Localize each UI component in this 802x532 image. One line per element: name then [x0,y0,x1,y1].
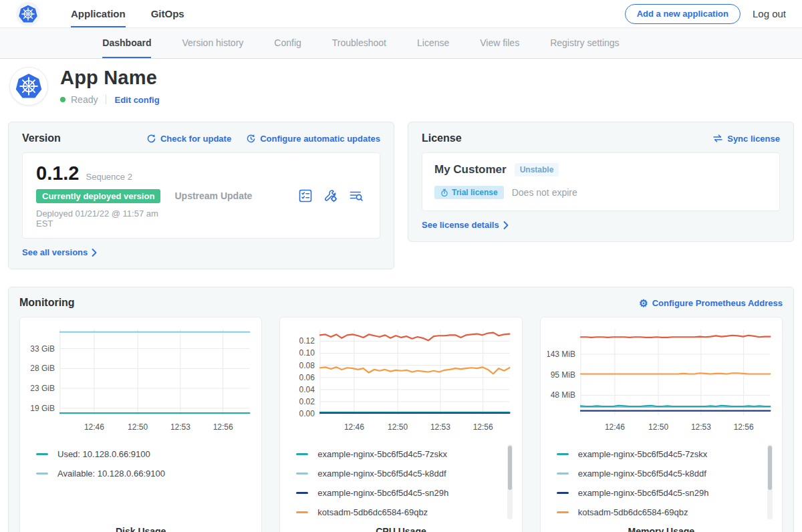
tab-version-history[interactable]: Version history [182,28,243,58]
legend-scrollbar-thumb[interactable] [768,446,772,490]
config-wrench-icon[interactable] [323,188,338,203]
svg-text:0.02: 0.02 [299,397,315,406]
svg-text:33 GiB: 33 GiB [30,344,55,354]
see-all-versions-link[interactable]: See all versions [22,247,97,257]
sync-license-label: Sync license [727,134,780,144]
svg-text:0.12: 0.12 [299,336,315,346]
top-nav-tabs: ApplicationGitOps [71,0,184,27]
svg-text:19 GiB: 19 GiB [30,404,55,413]
license-card: License Sync license My Customer Unstabl… [408,122,794,242]
legend-item: example-nginx-5bc6f5d4c5-k8ddf [557,464,758,483]
legend-label: example-nginx-5bc6f5d4c5-sn29h [317,488,448,498]
nav-tab-gitops[interactable]: GitOps [151,0,184,27]
deploy-logs-icon[interactable] [349,188,364,203]
gear-icon: ⚙ [639,298,648,308]
check-for-update-link[interactable]: Check for update [146,134,231,144]
legend-scrollbar-thumb[interactable] [508,446,512,490]
legend-color-dash [36,473,48,475]
chart-legend: example-nginx-5bc6f5d4c5-7zskxexample-ng… [287,443,515,521]
preflight-checks-icon[interactable] [298,188,313,203]
license-expiration: Does not expire [512,187,577,198]
top-nav-actions: Add a new application Log out [625,0,786,27]
divider [106,95,106,104]
tab-dashboard[interactable]: Dashboard [102,28,151,58]
legend-label: example-nginx-5bc6f5d4c5-7zskx [578,449,708,459]
svg-text:23 GiB: 23 GiB [30,384,55,393]
configure-prometheus-link[interactable]: ⚙ Configure Prometheus Address [639,298,783,308]
status-text: Ready [71,94,98,105]
legend-scrollbar[interactable] [767,444,773,519]
legend-label: example-nginx-5bc6f5d4c5-k8ddf [317,469,446,479]
legend-item: kotsadm-5db6dc6584-69qbz [557,503,758,521]
legend-item: Available: 10.128.0.66:9100 [36,464,237,483]
version-source: Upstream Update [174,190,298,201]
svg-text:12:56: 12:56 [733,422,753,432]
chevron-right-icon [92,249,97,257]
license-card-title: License [422,132,462,144]
svg-text:28 GiB: 28 GiB [30,364,55,373]
legend-color-dash [36,453,48,455]
svg-text:143 MiB: 143 MiB [547,350,575,359]
status-dot [60,97,65,102]
top-nav: ApplicationGitOps Add a new application … [0,0,802,28]
svg-text:12:56: 12:56 [473,422,493,432]
tab-troubleshoot[interactable]: Troubleshoot [332,28,386,58]
legend-item: kotsadm-5db6dc6584-69qbz [296,503,497,521]
legend-scrollbar[interactable] [507,444,513,519]
kubernetes-helm-icon [18,4,38,24]
legend-item: example-nginx-5bc6f5d4c5-7zskx [557,444,758,464]
chart-card-memory-usage: 48 MiB95 MiB143 MiB12:4612:5012:5312:56e… [540,317,783,532]
svg-text:12:50: 12:50 [388,422,408,432]
kubernetes-helm-icon [15,72,43,100]
see-license-details-label: See license details [422,220,499,230]
configure-automatic-updates-label: Configure automatic updates [260,134,380,144]
license-type-badge: Trial license [434,186,504,199]
legend-color-dash [296,473,308,475]
logout-link[interactable]: Log out [753,8,786,19]
chart-plot-memory-usage: 48 MiB95 MiB143 MiB12:4612:5012:5312:56 [547,325,775,436]
legend-item: example-nginx-5bc6f5d4c5-k8ddf [296,464,497,483]
monitoring-title: Monitoring [19,297,75,309]
clock-refresh-icon [246,134,256,144]
legend-color-dash [557,473,569,475]
configure-automatic-updates-link[interactable]: Configure automatic updates [246,134,380,144]
check-for-update-label: Check for update [160,134,231,144]
tab-license[interactable]: License [417,28,449,58]
channel-badge: Unstable [515,163,559,176]
see-all-versions-label: See all versions [22,247,88,257]
legend-label: kotsadm-5db6dc6584-69qbz [578,507,688,517]
legend-color-dash [557,453,569,455]
chart-plot-disk-usage: 19 GiB23 GiB28 GiB33 GiB12:4612:5012:531… [27,325,255,436]
edit-config-link[interactable]: Edit config [114,95,159,105]
svg-text:0.06: 0.06 [299,373,315,382]
svg-text:12:56: 12:56 [213,422,233,432]
legend-label: example-nginx-5bc6f5d4c5-sn29h [578,488,709,498]
legend-color-dash [296,492,308,494]
legend-label: example-nginx-5bc6f5d4c5-7zskx [317,449,447,459]
nav-tab-application[interactable]: Application [71,0,126,27]
svg-text:12:46: 12:46 [605,422,625,432]
tab-view-files[interactable]: View files [480,28,519,58]
svg-text:12:46: 12:46 [344,422,364,432]
version-sequence: Sequence 2 [86,172,132,182]
deployed-badge: Currently deployed version [36,189,160,203]
legend-item: example-nginx-5bc6f5d4c5-sn29h [296,483,497,503]
add-application-button[interactable]: Add a new application [625,4,741,24]
sync-license-link[interactable]: Sync license [712,134,780,144]
svg-text:12:50: 12:50 [648,422,668,432]
tab-config[interactable]: Config [274,28,301,58]
legend-color-dash [296,511,308,513]
chart-card-cpu-usage: 0.000.020.040.060.080.100.1212:4612:5012… [279,317,522,532]
chart-title: Disk Usage [27,521,255,532]
refresh-icon [146,134,156,144]
chevron-right-icon [503,221,509,229]
chart-title: CPU Usage [287,521,515,532]
version-card-title: Version [22,132,61,144]
tab-registry-settings[interactable]: Registry settings [550,28,619,58]
chart-card-disk-usage: 19 GiB23 GiB28 GiB33 GiB12:4612:5012:531… [19,317,262,532]
svg-text:48 MiB: 48 MiB [550,390,575,400]
page-title: App Name [60,67,160,89]
see-license-details-link[interactable]: See license details [422,220,509,230]
legend-color-dash [557,511,569,513]
app-icon [9,67,48,106]
